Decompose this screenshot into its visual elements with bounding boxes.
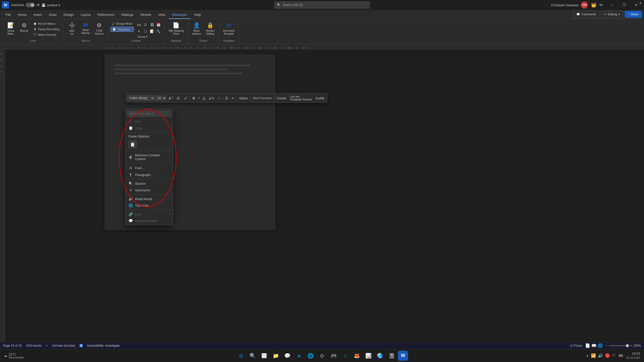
list-numbered-button[interactable]: ≡ [230,96,235,101]
tab-design[interactable]: Design [60,11,77,19]
new-comment-float-button[interactable]: New Comment [252,96,273,100]
tray-icon-2[interactable]: 🛡 [612,353,616,357]
word-count-item[interactable]: 4103 words [26,344,42,347]
ctrl-6[interactable]: ☐ [142,28,148,34]
zoom-in-icon[interactable]: + [630,344,632,347]
tab-view[interactable]: View [155,11,169,19]
focus-item[interactable]: ⊡ Focus [570,344,582,347]
discord-button[interactable]: 🎮 [329,351,339,361]
filename-dropdown[interactable]: ▾ [58,3,60,7]
ctrl-5[interactable]: ≡ [136,28,142,34]
ctrl-8[interactable]: 🔧 [155,28,162,34]
center-button[interactable]: Center [275,96,288,101]
document-template-button[interactable]: W DocumentTemplate [222,21,236,36]
ctx-translate[interactable]: 🌐 Translate [126,202,173,209]
tab-home[interactable]: Home [14,11,30,19]
styles-button[interactable]: Styles [237,96,249,101]
restrict-editing-button[interactable]: 🔒 RestrictEditing [204,21,216,36]
sysmon-button[interactable]: 📊 [363,351,373,361]
underline-button[interactable]: U [202,96,207,101]
editing-button[interactable]: ✏ Editing ▾ [601,11,623,18]
time-display[interactable]: 19:23 26.10.2022 [626,351,640,360]
word-add-ins-button[interactable]: W WordAdd-ins [79,21,92,36]
font-color-button[interactable]: A [216,96,222,101]
context-search-input[interactable] [127,111,171,117]
pause-recording-button[interactable]: ⏸ Pause Recording [32,27,61,32]
firefox-button[interactable]: 🦊 [352,351,362,361]
tab-insert[interactable]: Insert [30,11,46,19]
word-taskbar-button[interactable]: W [398,351,408,361]
tab-file[interactable]: File [2,11,14,19]
ctx-synonyms[interactable]: ≡ Synonyms › [126,187,173,193]
list-bullet-button[interactable]: ☰ [224,96,230,101]
ctx-cut[interactable]: ✂ Cut [126,118,173,125]
teams-chat-button[interactable]: 💬 [282,351,292,361]
zoom-slider[interactable] [609,345,629,346]
design-mode-button[interactable]: 🖊 Design Mode [110,22,134,26]
ctrl-1[interactable]: Aa [136,22,142,28]
ribbon-collapse-button[interactable]: ▲ [639,1,642,5]
ctrl-3[interactable]: 🖼 [149,22,155,28]
language-indicator[interactable]: DE [619,354,623,357]
minimize-button[interactable]: ─ [606,1,618,9]
share-button[interactable]: ↑ Share [625,11,642,18]
web-view-icon[interactable]: 🌐 [598,343,603,348]
task-view-button[interactable]: ⬜ [259,351,269,361]
line-spacing-button[interactable]: Line andParagraph Spacing [289,95,313,102]
onenote-button[interactable]: 📓 [386,351,396,361]
tab-draw[interactable]: Draw [45,11,60,19]
ctrl-2[interactable]: ☑ [142,22,148,28]
add-ins-button[interactable]: ➕ Add-ins [66,21,78,36]
decrease-font-button[interactable]: A- [175,95,182,102]
tray-icon-1[interactable]: 🔴 [605,353,610,358]
explorer-button[interactable]: 📁 [271,351,281,361]
print-layout-icon[interactable]: 📄 [585,343,590,348]
format-clear-button[interactable]: 🖊 [183,96,189,101]
macros-button[interactable]: ⚙ Macros [18,21,30,33]
network-icon[interactable]: 📶 [591,353,596,358]
ctx-link[interactable]: 🔗 Link › [126,211,173,217]
tab-mailings[interactable]: Mailings [118,11,137,19]
comments-button[interactable]: 💬 Comments [573,11,599,18]
block-authors-button[interactable]: 👤 BlockAuthors [191,21,203,36]
ctx-copy[interactable]: 📋 Copy [126,125,173,131]
restore-button[interactable]: ❐ [618,1,630,9]
com-add-ins-button[interactable]: ⚙ COMAdd-ins [93,21,105,36]
page-info[interactable]: Page 15 of 15 [3,344,22,347]
ctrl-7[interactable]: 📝 [149,28,155,34]
tray-up-arrow[interactable]: ▲ [586,354,589,357]
edge-button[interactable]: 🌐 [305,351,315,361]
save-icon[interactable]: 💾 [42,3,46,7]
tab-references[interactable]: References [94,11,118,19]
accessibility-item[interactable]: Accessibility: Investigate [87,344,120,347]
xml-mapping-button[interactable]: 📄 XML MappingPane [167,21,185,36]
vscode-button[interactable]: ◈ [294,351,304,361]
visual-basic-button[interactable]: 📝 VisualBasic [5,21,17,36]
paste-option-1[interactable]: 📋 [129,140,137,148]
search-taskbar-button[interactable]: 🔍 [248,351,258,361]
group-button[interactable]: Group ▾ [136,35,162,39]
ctx-font[interactable]: A Font... [126,164,173,171]
highlight-button[interactable]: 🖌A [207,96,216,101]
proofing-icon-item[interactable]: ✓ [46,344,48,347]
tab-developer[interactable]: Developer [169,11,191,19]
increase-font-button[interactable]: A+ [167,95,175,102]
ctx-remove-content-control[interactable]: 🗑 Remove Content Control [126,152,173,162]
chrome-button[interactable]: ⊙ [317,351,327,361]
bold-button[interactable]: B [191,96,196,101]
browser2-button[interactable]: 🌏 [375,351,385,361]
font-size-selector[interactable]: 10.5 [155,95,167,101]
italic-button[interactable]: I [197,96,201,101]
font-selector[interactable]: Calibri (Body) [127,95,155,101]
read-mode-icon[interactable]: 📖 [591,343,596,348]
zoom-out-icon[interactable]: − [606,344,608,347]
tab-help[interactable]: Help [191,11,205,19]
spotify-button[interactable]: ♫ [340,351,350,361]
document-area[interactable]: Calibri (Body) 10.5 A+ A- 🖊 B I U 🖌A A ☰… [5,49,644,342]
autosave-toggle[interactable] [26,3,35,7]
search-bar[interactable]: 🔍 Search (Alt+Q) [274,2,370,9]
properties-button[interactable]: 📋 Properties [110,27,134,32]
ctrl-4[interactable]: 📅 [155,22,162,28]
ctx-search[interactable]: 🔍 Search [126,180,173,187]
start-button[interactable]: ⊞ [236,351,246,361]
